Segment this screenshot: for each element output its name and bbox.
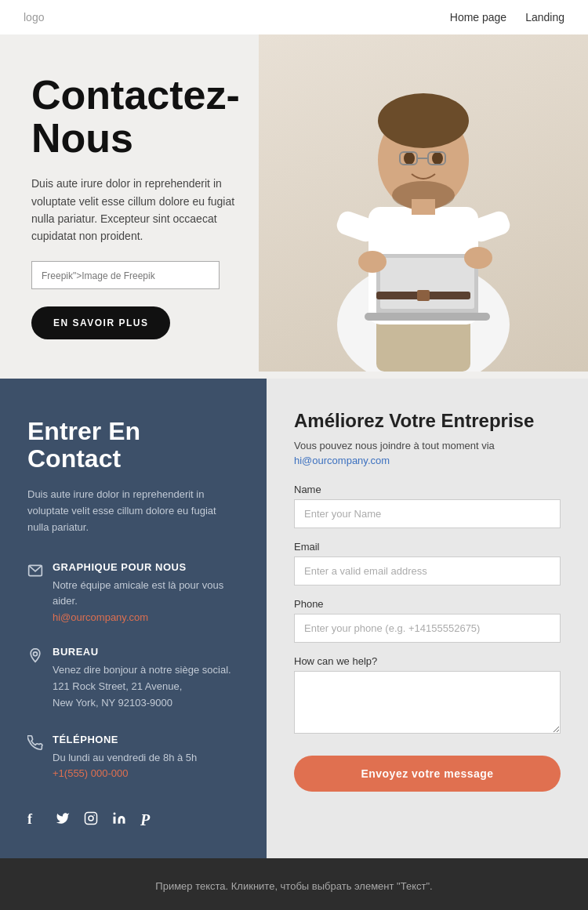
name-label: Name: [294, 484, 561, 495]
email-input[interactable]: [294, 557, 561, 586]
contact-left-title: Entrer En Contact: [27, 418, 239, 473]
facebook-icon[interactable]: f: [27, 811, 43, 827]
svg-point-4: [378, 93, 469, 148]
contact-info-bureau-content: BUREAU Venez dire bonjour à notre siège …: [53, 646, 231, 711]
message-textarea[interactable]: [294, 671, 561, 734]
nav-home-link[interactable]: Home page: [450, 11, 506, 24]
contact-info-graphique: GRAPHIQUE POUR NOUS Notre équipe amicale…: [27, 561, 239, 625]
telephone-text: Du lundi au vendredi de 8h à 5h: [53, 750, 197, 767]
contact-info-telephone: TÉLÉPHONE Du lundi au vendredi de 8h à 5…: [27, 734, 239, 781]
telephone-link[interactable]: +1(555) 000-000: [53, 767, 129, 779]
bureau-text: Venez dire bonjour à notre siège social.…: [53, 662, 231, 711]
contact-left-panel: Entrer En Contact Duis aute irure dolor …: [0, 379, 267, 859]
person-illustration: [290, 42, 557, 372]
linkedin-icon[interactable]: [112, 811, 128, 827]
contact-info-graphique-content: GRAPHIQUE POUR NOUS Notre équipe amicale…: [53, 561, 239, 625]
nav-links: Home page Landing: [450, 11, 564, 24]
graphique-title: GRAPHIQUE POUR NOUS: [53, 561, 239, 573]
svg-rect-23: [85, 813, 97, 825]
svg-point-6: [432, 152, 443, 165]
svg-rect-20: [417, 290, 430, 301]
twitter-icon[interactable]: [56, 811, 71, 827]
name-input[interactable]: [294, 499, 561, 528]
location-icon: [27, 647, 43, 663]
contact-right-email-link[interactable]: hi@ourcompany.com: [294, 455, 561, 466]
hero-learn-more-button[interactable]: EN SAVOIR PLUS: [31, 306, 170, 339]
graphique-text: Notre équipe amicale est là pour vous ai…: [53, 578, 239, 611]
hero-input[interactable]: [42, 270, 209, 281]
contact-left-description: Duis aute irure dolor in reprehenderit i…: [27, 487, 239, 535]
graphique-email-link[interactable]: hi@ourcompany.com: [53, 611, 148, 623]
contact-info-bureau: BUREAU Venez dire bonjour à notre siège …: [27, 646, 239, 711]
form-group-email: Email: [294, 541, 561, 586]
svg-point-17: [358, 251, 387, 273]
navbar: logo Home page Landing: [0, 0, 588, 34]
contact-right-intro: Vous pouvez nous joindre à tout moment v…: [294, 440, 561, 451]
hero-content: Contactez-Nous Duis aute irure dolor in …: [0, 34, 282, 379]
contact-section: Entrer En Contact Duis aute irure dolor …: [0, 379, 588, 859]
instagram-icon[interactable]: [84, 811, 100, 827]
contact-info-telephone-content: TÉLÉPHONE Du lundi au vendredi de 8h à 5…: [53, 734, 197, 781]
svg-rect-15: [380, 258, 474, 309]
hero-input-wrapper[interactable]: [31, 261, 220, 289]
email-label: Email: [294, 541, 561, 553]
svg-point-25: [93, 814, 95, 816]
phone-label: Phone: [294, 598, 561, 610]
social-icons-row: f P: [27, 811, 239, 827]
envelope-icon: [27, 563, 43, 578]
phone-icon: [27, 735, 43, 751]
svg-point-5: [404, 152, 415, 165]
contact-right-title: Améliorez Votre Entreprise: [294, 410, 561, 432]
svg-rect-11: [412, 199, 435, 215]
hero-section: Contactez-Nous Duis aute irure dolor in …: [0, 34, 588, 379]
message-label: How can we help?: [294, 655, 561, 667]
hero-person-image: [259, 34, 588, 372]
pinterest-icon[interactable]: P: [140, 811, 156, 827]
form-group-phone: Phone: [294, 598, 561, 643]
telephone-title: TÉLÉPHONE: [53, 734, 197, 745]
svg-point-26: [114, 813, 116, 815]
form-group-message: How can we help?: [294, 655, 561, 737]
hero-title: Contactez-Nous: [31, 74, 251, 159]
submit-button[interactable]: Envoyez votre message: [294, 756, 561, 792]
hero-image: [259, 34, 588, 372]
svg-point-24: [89, 816, 93, 821]
form-group-name: Name: [294, 484, 561, 528]
logo: logo: [24, 11, 44, 24]
phone-input[interactable]: [294, 614, 561, 643]
svg-point-22: [34, 652, 38, 656]
nav-landing-link[interactable]: Landing: [525, 11, 564, 24]
hero-description: Duis aute irure dolor in reprehenderit i…: [31, 175, 251, 245]
svg-rect-16: [365, 313, 490, 321]
footer: Пример текста. Кликните, чтобы выбрать э…: [0, 858, 588, 910]
footer-text: Пример текста. Кликните, чтобы выбрать э…: [155, 880, 432, 892]
bureau-title: BUREAU: [53, 646, 231, 658]
svg-point-18: [464, 247, 492, 269]
contact-right-panel: Améliorez Votre Entreprise Vous pouvez n…: [267, 379, 588, 859]
